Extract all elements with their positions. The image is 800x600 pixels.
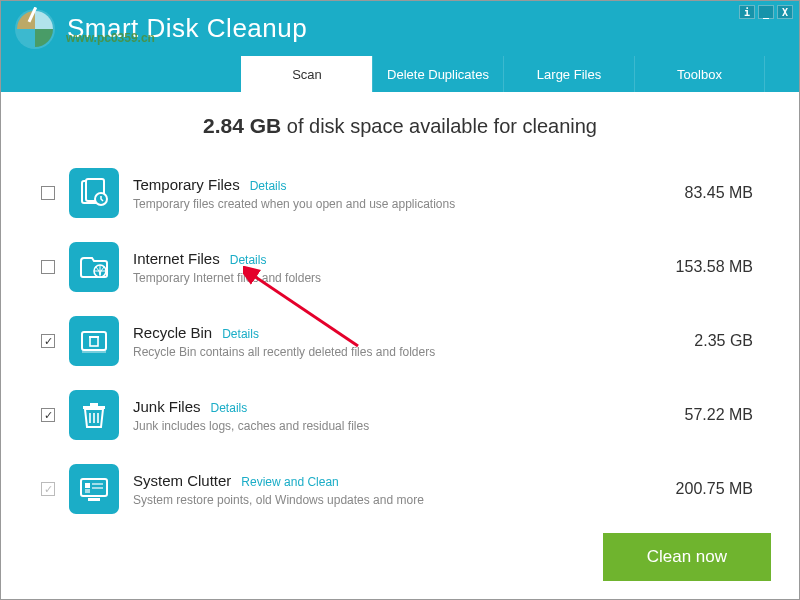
tab-toolbox[interactable]: Toolbox: [634, 56, 765, 92]
svg-rect-6: [82, 332, 106, 350]
tab-delete-duplicates[interactable]: Delete Duplicates: [372, 56, 503, 92]
tab-scan[interactable]: Scan: [241, 56, 372, 92]
item-text: Recycle BinDetailsRecycle Bin contains a…: [133, 324, 649, 359]
internet-icon: [69, 242, 119, 292]
list-item: Internet FilesDetailsTemporary Internet …: [41, 230, 759, 304]
item-size: 200.75 MB: [649, 480, 759, 498]
list-item: Junk FilesDetailsJunk includes logs, cac…: [41, 378, 759, 452]
close-button[interactable]: X: [777, 5, 793, 19]
details-link[interactable]: Review and Clean: [241, 475, 338, 489]
summary-suffix: of disk space available for cleaning: [281, 115, 597, 137]
junk-icon: [69, 390, 119, 440]
svg-rect-20: [92, 487, 103, 489]
details-link[interactable]: Details: [230, 253, 267, 267]
item-text: Temporary FilesDetailsTemporary files cr…: [133, 176, 649, 211]
item-text: System ClutterReview and CleanSystem res…: [133, 472, 649, 507]
item-desc: System restore points, old Windows updat…: [133, 493, 649, 507]
svg-rect-7: [82, 350, 106, 353]
svg-rect-18: [85, 489, 90, 493]
item-desc: Recycle Bin contains all recently delete…: [133, 345, 649, 359]
list-item: Recycle BinDetailsRecycle Bin contains a…: [41, 304, 759, 378]
item-title: Junk Files: [133, 398, 201, 415]
details-link[interactable]: Details: [222, 327, 259, 341]
item-text: Internet FilesDetailsTemporary Internet …: [133, 250, 649, 285]
svg-rect-10: [83, 406, 105, 409]
recycle-icon: [69, 316, 119, 366]
title-bar: Smart Disk Cleanup www.pc0359.cn i _ X: [1, 1, 799, 56]
item-desc: Temporary Internet files and folders: [133, 271, 649, 285]
details-link[interactable]: Details: [250, 179, 287, 193]
svg-rect-9: [89, 336, 99, 338]
summary-amount: 2.84 GB: [203, 114, 281, 137]
temp-icon: [69, 168, 119, 218]
item-desc: Junk includes logs, caches and residual …: [133, 419, 649, 433]
details-link[interactable]: Details: [211, 401, 248, 415]
app-logo: [13, 7, 57, 51]
item-text: Junk FilesDetailsJunk includes logs, cac…: [133, 398, 649, 433]
svg-rect-17: [85, 483, 90, 488]
checkbox[interactable]: [41, 260, 55, 274]
checkbox[interactable]: [41, 334, 55, 348]
info-button[interactable]: i: [739, 5, 755, 19]
item-title: Temporary Files: [133, 176, 240, 193]
item-size: 153.58 MB: [649, 258, 759, 276]
clean-now-button[interactable]: Clean now: [603, 533, 771, 581]
system-icon: [69, 464, 119, 514]
footer: Clean now: [603, 533, 771, 581]
list-item: Temporary FilesDetailsTemporary files cr…: [41, 156, 759, 230]
app-window: Smart Disk Cleanup www.pc0359.cn i _ X S…: [0, 0, 800, 600]
scan-list: Temporary FilesDetailsTemporary files cr…: [1, 156, 799, 526]
svg-rect-19: [92, 483, 103, 485]
watermark-text: www.pc0359.cn: [66, 31, 155, 45]
list-item: System ClutterReview and CleanSystem res…: [41, 452, 759, 526]
item-title: System Clutter: [133, 472, 231, 489]
svg-rect-8: [90, 337, 98, 346]
minimize-button[interactable]: _: [758, 5, 774, 19]
window-controls: i _ X: [739, 5, 793, 19]
checkbox[interactable]: [41, 482, 55, 496]
svg-rect-16: [88, 498, 100, 501]
checkbox[interactable]: [41, 186, 55, 200]
tab-large-files[interactable]: Large Files: [503, 56, 634, 92]
checkbox[interactable]: [41, 408, 55, 422]
item-size: 83.45 MB: [649, 184, 759, 202]
summary-text: 2.84 GB of disk space available for clea…: [1, 92, 799, 156]
svg-rect-11: [90, 403, 98, 406]
item-desc: Temporary files created when you open an…: [133, 197, 649, 211]
item-title: Internet Files: [133, 250, 220, 267]
item-size: 57.22 MB: [649, 406, 759, 424]
item-title: Recycle Bin: [133, 324, 212, 341]
item-size: 2.35 GB: [649, 332, 759, 350]
tab-bar: ScanDelete DuplicatesLarge FilesToolbox: [1, 56, 799, 92]
